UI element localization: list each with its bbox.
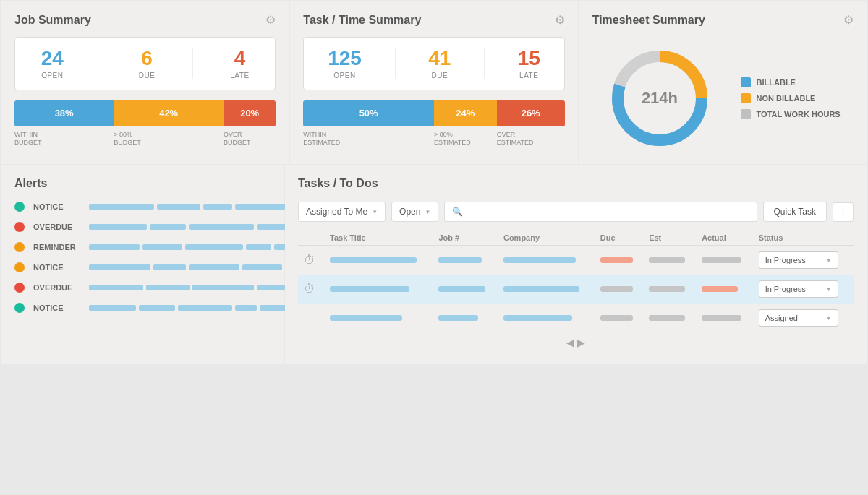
alert-bar	[153, 264, 186, 270]
timesheet-panel: Timesheet Summary ⚙ 214h	[579, 1, 867, 164]
job-late-value: 4	[230, 48, 249, 70]
non-billable-label: NON BILLABLE	[757, 94, 816, 103]
job-summary-header: Job Summary ⚙	[14, 13, 276, 27]
timesheet-header: Timesheet Summary ⚙	[592, 13, 854, 27]
th-job-num: Job #	[433, 231, 498, 246]
job-summary-gear-icon[interactable]: ⚙	[265, 13, 276, 27]
task-due-cell	[595, 275, 643, 304]
alert-label: NOTICE	[33, 202, 80, 211]
alert-label: NOTICE	[33, 263, 80, 272]
job-due-value: 6	[139, 48, 156, 70]
task-status-cell: Assigned	[753, 304, 854, 332]
divider4	[484, 48, 485, 79]
th-company: Company	[498, 231, 595, 246]
status-dropdown[interactable]: In Progress	[759, 280, 838, 298]
task-over-est-label: OVERESTIMATED	[497, 131, 565, 147]
task-icon-cell: ⏱	[298, 275, 324, 304]
task-icon-cell: ⏱	[298, 246, 324, 275]
task-company-cell	[498, 304, 595, 332]
est-placeholder	[649, 286, 685, 292]
task-time-header: Task / Time Summary ⚙	[303, 13, 564, 27]
job-summary-stats: 24 OPEN 6 DUE 4 LATE	[14, 37, 276, 90]
task-due-value: 41	[428, 48, 451, 70]
th-due: Due	[595, 231, 643, 246]
alert-bars	[89, 305, 299, 311]
total-work-dot	[741, 109, 751, 119]
dashboard: Job Summary ⚙ 24 OPEN 6 DUE 4 LATE	[0, 0, 868, 366]
scroll-left-icon[interactable]: ◀	[566, 337, 574, 348]
divider3	[395, 48, 396, 79]
scroll-right-icon[interactable]: ▶	[577, 337, 585, 348]
job-placeholder	[438, 315, 478, 321]
job-summary-panel: Job Summary ⚙ 24 OPEN 6 DUE 4 LATE	[1, 1, 289, 164]
timesheet-gear-icon[interactable]: ⚙	[843, 13, 854, 27]
actual-placeholder	[702, 257, 741, 263]
th-task-title: Task Title	[324, 231, 433, 246]
alert-bar	[189, 264, 239, 270]
job-due-label: DUE	[139, 72, 156, 79]
job-placeholder	[438, 257, 482, 263]
alert-label: OVERDUE	[33, 283, 80, 292]
job-open-stat: 24 OPEN	[41, 48, 64, 79]
legend-billable: BILLABLE	[741, 77, 841, 87]
alert-item: REMINDER	[14, 242, 271, 252]
company-placeholder	[503, 286, 579, 292]
task-time-gear-icon[interactable]: ⚙	[555, 13, 565, 27]
task-est-cell	[643, 275, 696, 304]
legend-non-billable: NON BILLABLE	[741, 93, 841, 103]
task-late-label: LATE	[518, 72, 540, 79]
due-placeholder	[600, 286, 633, 292]
task-search-box[interactable]: 🔍	[444, 202, 757, 222]
alert-bar	[89, 204, 154, 210]
status-dropdown[interactable]: Assigned	[759, 309, 838, 327]
alert-dot	[14, 303, 25, 313]
job-over80-budget-segment: 42%	[114, 100, 224, 126]
total-work-label: TOTAL WORK HOURS	[757, 110, 841, 119]
alert-bar	[246, 244, 271, 250]
alert-label: NOTICE	[33, 304, 80, 312]
divider2	[192, 48, 193, 79]
assigned-to-me-dropdown[interactable]: Assigned To Me	[298, 202, 386, 222]
alert-bar	[89, 264, 150, 270]
task-job-cell	[433, 304, 498, 332]
quick-task-button[interactable]: Quick Task	[763, 202, 827, 222]
task-title-cell	[324, 304, 433, 332]
task-within-est-segment: 50%	[303, 100, 434, 126]
alert-item: OVERDUE	[14, 283, 271, 293]
task-time-title: Task / Time Summary	[303, 14, 421, 27]
task-late-value: 15	[518, 48, 540, 70]
task-time-panel: Task / Time Summary ⚙ 125 OPEN 41 DUE 15…	[290, 1, 577, 164]
legend-total-work: TOTAL WORK HOURS	[741, 109, 841, 119]
timesheet-title: Timesheet Summary	[592, 14, 705, 27]
alert-bar	[157, 204, 200, 210]
alert-label: OVERDUE	[33, 223, 80, 231]
task-due-cell	[595, 246, 643, 275]
est-placeholder	[649, 315, 685, 321]
status-dropdown[interactable]: In Progress	[759, 251, 838, 269]
th-est: Est	[643, 231, 696, 246]
donut-chart: 214h	[605, 44, 714, 152]
clock-icon[interactable]: ⏱	[304, 254, 315, 266]
task-open-value: 125	[328, 48, 362, 70]
task-status-cell: In Progress	[753, 246, 854, 275]
quick-task-extra-btn[interactable]: ⋮	[833, 202, 854, 222]
task-company-cell	[498, 275, 595, 304]
task-late-stat: 15 LATE	[518, 48, 540, 79]
status-filter-dropdown[interactable]: Open	[391, 202, 438, 222]
actual-placeholder	[702, 286, 738, 292]
clock-icon[interactable]: ⏱	[304, 283, 315, 295]
alert-bar	[139, 305, 175, 311]
task-status-cell: In Progress	[753, 275, 854, 304]
est-placeholder	[649, 257, 685, 263]
task-open-stat: 125 OPEN	[328, 48, 362, 79]
alert-bar	[192, 285, 254, 290]
title-placeholder	[330, 315, 402, 321]
tasks-panel: Tasks / To Dos Assigned To Me Open 🔍 Qui…	[285, 165, 867, 364]
bottom-row: Alerts NOTICEOVERDUEREMINDERNOTICEOVERDU…	[0, 165, 868, 366]
task-job-cell	[433, 275, 498, 304]
alert-bar	[235, 204, 286, 210]
alert-bar	[257, 285, 286, 290]
task-progress-labels: WITHINESTIMATED > 80%ESTIMATED OVERESTIM…	[303, 131, 564, 147]
alert-bar	[235, 305, 257, 311]
task-open-label: OPEN	[328, 72, 362, 79]
